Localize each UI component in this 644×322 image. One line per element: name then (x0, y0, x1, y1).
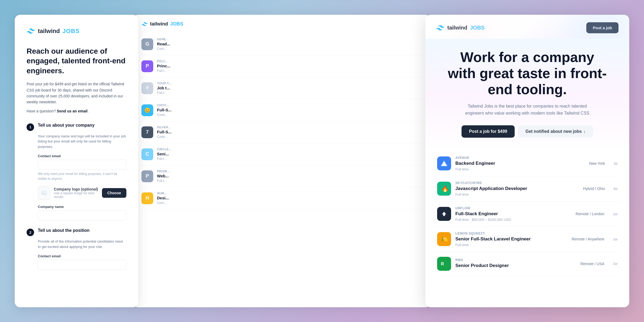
tailwind-logo-icon (27, 28, 35, 34)
step-1-section: 1 Tell us about your company Your compan… (27, 123, 126, 221)
logo-label: Company logo (optional) (54, 187, 98, 191)
middle-job-meta: Contr... (157, 135, 422, 139)
middle-job-item[interactable]: P Prism... Web... Full-t... (140, 165, 423, 187)
contact-email-group: Contact email We only need your email fo… (38, 154, 126, 181)
middle-job-info: ChitC... Full-S... Contr... (157, 104, 422, 117)
middle-job-title: Full-S... (157, 130, 422, 134)
job-row-age: 1w (613, 237, 617, 241)
middle-job-item[interactable]: 7 Silver... Full-S... Contr... (140, 121, 423, 143)
post-job-button[interactable]: Post a job (586, 22, 619, 33)
job-row-meta: Full-time (455, 243, 567, 247)
middle-job-company: Poly... (157, 60, 422, 63)
middle-job-title: Full-S... (157, 108, 422, 112)
middle-job-info: Your C... Job t... Full-t... (157, 82, 422, 95)
right-logo-text-tailwind: tailwind (447, 25, 467, 31)
jobs-list-section: Avenue Backend Engineer Full-time New Yo… (425, 151, 629, 281)
job-row-location: Remote / USA (580, 262, 604, 266)
email-hint: We only need your email for billing purp… (38, 171, 126, 181)
middle-job-company: Prism... (157, 170, 422, 173)
middle-job-title: Princ... (157, 64, 422, 68)
middle-job-meta: Full-t... (157, 91, 422, 95)
company-name-input[interactable] (38, 210, 126, 221)
job-row-meta: Full-time (455, 167, 585, 171)
email-link[interactable]: Send us an email (57, 109, 87, 113)
right-job-row[interactable]: Avenue Backend Engineer Full-time New Yo… (434, 151, 621, 176)
middle-job-info: Circle... Seni... Full-t... (157, 148, 422, 161)
right-job-row[interactable]: R RWX Senior Product Designer Remote / U… (434, 252, 621, 276)
svg-rect-4 (443, 214, 445, 216)
step-1-title: Tell us about your company (38, 123, 94, 128)
middle-job-meta: Full-t... (157, 69, 422, 73)
hero-subtitle: Tailwind Jobs is the best place for comp… (460, 103, 594, 116)
hero-primary-button[interactable]: Post a job for $499 (462, 125, 515, 138)
middle-job-item[interactable]: H Hum... Desi... Cont... (140, 187, 423, 209)
chevron-down-icon: ↓ (583, 129, 586, 134)
left-panel: tailwindJOBS Reach our audience of engag… (15, 15, 138, 307)
step-1-desc: Your company name and logo will be inclu… (38, 134, 126, 149)
right-job-row[interactable]: 🔥 SKYCATCHFIRE Javascript Application De… (434, 176, 621, 202)
job-row-info: SKYCATCHFIRE Javascript Application Deve… (455, 181, 579, 196)
middle-job-logo: C (141, 148, 153, 160)
middle-job-company: Hum... (157, 192, 422, 195)
job-row-title: Senior Product Designer (455, 263, 576, 268)
logo-preview (38, 186, 50, 200)
middle-job-info: Silver... Full-S... Contr... (157, 126, 422, 139)
middle-job-company: Silver... (157, 126, 422, 129)
middle-job-logo: H (141, 192, 153, 204)
choose-button[interactable]: Choose (102, 188, 126, 198)
image-placeholder-icon (41, 190, 47, 196)
middle-job-item[interactable]: 😊 ChitC... Full-S... Contr... (140, 99, 423, 121)
middle-job-title: Read... (157, 42, 422, 46)
middle-logo-text-jobs: JOBS (170, 21, 183, 27)
middle-job-meta: Cont... (157, 201, 422, 205)
logo-text-tailwind: tailwind (38, 28, 60, 35)
middle-job-company: Circle... (157, 148, 422, 151)
company-avatar: 🍋 (437, 232, 451, 246)
middle-job-item[interactable]: C Circle... Seni... Full-t... (140, 143, 423, 165)
middle-job-company: Your C... (157, 82, 422, 85)
right-panel: tailwindJOBS Post a job Work for a compa… (425, 15, 629, 307)
step2-contact-email-input[interactable] (38, 260, 126, 270)
right-panel-header: tailwindJOBS Post a job (425, 15, 629, 39)
middle-job-meta: Contr... (157, 113, 422, 117)
job-row-company: Unflow (455, 206, 571, 210)
right-job-row[interactable]: Unflow Full-Stack Engineer Full-time · $… (434, 202, 621, 227)
job-row-meta: Full-time (455, 192, 579, 196)
right-logo-icon (436, 25, 445, 31)
middle-job-meta: Cont... (157, 47, 422, 51)
middle-panel: tailwindJOBS G Gene... Read... Cont... P… (133, 15, 431, 307)
job-row-location: Remote / Anywhere (572, 237, 604, 241)
svg-marker-2 (441, 161, 447, 166)
middle-logo: tailwindJOBS (141, 21, 183, 27)
right-job-row[interactable]: 🍋 Lemon Squeezy Senior Full-Stack Larave… (434, 227, 621, 252)
job-row-info: Avenue Backend Engineer Full-time (455, 156, 585, 171)
svg-text:R: R (441, 262, 444, 266)
job-row-info: Unflow Full-Stack Engineer Full-time · $… (455, 206, 571, 222)
hero-secondary-btn-text: Get notified about new jobs (525, 129, 582, 134)
page-headline: Reach our audience of engaged, talented … (27, 46, 126, 76)
middle-job-logo: P (141, 170, 153, 182)
job-row-location: Remote / London (576, 212, 604, 216)
middle-job-info: Gene... Read... Cont... (157, 38, 422, 51)
job-row-title: Senior Full-Stack Laravel Engineer (455, 236, 567, 242)
middle-job-item[interactable]: P Poly... Princ... Full-t... (140, 55, 423, 77)
middle-job-item[interactable]: Y Your C... Job t... Full-t... (140, 77, 423, 99)
middle-job-title: Web... (157, 174, 422, 178)
job-row-title: Javascript Application Developer (455, 186, 579, 191)
middle-job-meta: Full-t... (157, 157, 422, 161)
page-description: Post your job for $499 and get listed on… (27, 81, 126, 105)
job-row-title: Full-Stack Engineer (455, 211, 571, 217)
step2-contact-email-group: Contact email (38, 254, 126, 270)
job-row-location: New York (589, 161, 605, 166)
middle-logo-icon (141, 22, 148, 26)
company-name-label: Company name (38, 205, 126, 209)
middle-job-item[interactable]: G Gene... Read... Cont... (140, 33, 423, 55)
job-row-title: Backend Engineer (455, 161, 585, 166)
middle-job-title: Seni... (157, 152, 422, 156)
contact-email-input[interactable] (38, 160, 126, 170)
hero-secondary-button[interactable]: Get notified about new jobs ↓ (518, 125, 593, 138)
contact-email-label: Contact email (38, 154, 126, 158)
job-row-info: Lemon Squeezy Senior Full-Stack Laravel … (455, 232, 567, 247)
logo-text-jobs: JOBS (63, 28, 80, 35)
middle-panel-header: tailwindJOBS (140, 21, 423, 27)
